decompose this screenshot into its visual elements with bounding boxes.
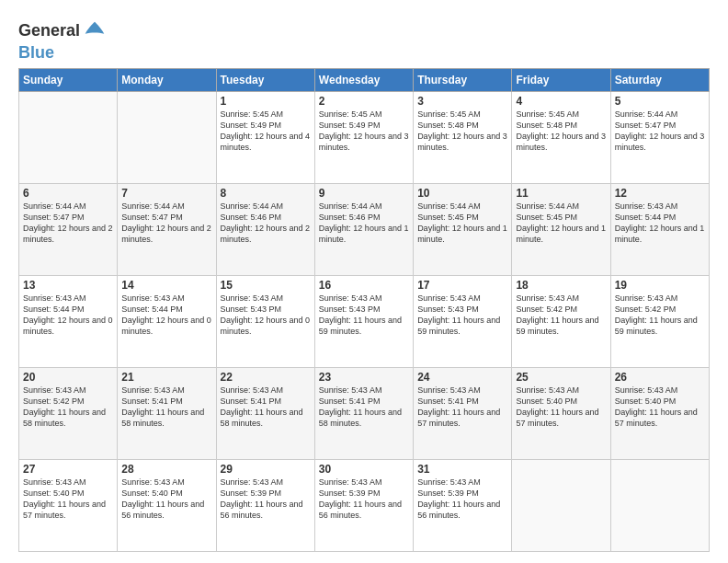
- logo-blue: Blue: [18, 44, 108, 63]
- logo-icon: [82, 18, 108, 44]
- calendar-cell: 13Sunrise: 5:43 AMSunset: 5:44 PMDayligh…: [19, 275, 118, 367]
- calendar-table: SundayMondayTuesdayWednesdayThursdayFrid…: [18, 68, 710, 552]
- cell-details: Sunrise: 5:45 AMSunset: 5:49 PMDaylight:…: [319, 109, 409, 154]
- calendar-cell: 5Sunrise: 5:44 AMSunset: 5:47 PMDaylight…: [610, 91, 709, 183]
- day-number: 13: [23, 279, 113, 292]
- logo-text: General: [18, 22, 80, 40]
- cell-details: Sunrise: 5:43 AMSunset: 5:40 PMDaylight:…: [615, 385, 705, 430]
- day-header-saturday: Saturday: [610, 68, 709, 91]
- day-number: 15: [221, 279, 311, 292]
- day-header-thursday: Thursday: [414, 68, 512, 91]
- calendar-cell: 10Sunrise: 5:44 AMSunset: 5:45 PMDayligh…: [414, 183, 512, 275]
- calendar-cell: 15Sunrise: 5:43 AMSunset: 5:43 PMDayligh…: [216, 275, 314, 367]
- logo: General Blue: [18, 18, 108, 63]
- cell-details: Sunrise: 5:43 AMSunset: 5:44 PMDaylight:…: [121, 293, 211, 338]
- calendar-cell: 18Sunrise: 5:43 AMSunset: 5:42 PMDayligh…: [512, 275, 610, 367]
- day-number: 25: [516, 371, 606, 384]
- cell-details: Sunrise: 5:43 AMSunset: 5:39 PMDaylight:…: [319, 477, 409, 522]
- cell-details: Sunrise: 5:43 AMSunset: 5:43 PMDaylight:…: [417, 293, 507, 338]
- day-number: 26: [615, 371, 705, 384]
- cell-details: Sunrise: 5:43 AMSunset: 5:41 PMDaylight:…: [417, 385, 507, 430]
- calendar-cell: 12Sunrise: 5:43 AMSunset: 5:44 PMDayligh…: [610, 183, 709, 275]
- day-number: 7: [121, 187, 211, 200]
- day-number: 21: [121, 371, 211, 384]
- calendar-cell: 30Sunrise: 5:43 AMSunset: 5:39 PMDayligh…: [314, 459, 413, 551]
- day-number: 20: [23, 371, 113, 384]
- cell-details: Sunrise: 5:44 AMSunset: 5:47 PMDaylight:…: [615, 109, 705, 154]
- day-number: 3: [417, 95, 507, 108]
- calendar-cell: [19, 91, 118, 183]
- calendar-cell: 6Sunrise: 5:44 AMSunset: 5:47 PMDaylight…: [19, 183, 118, 275]
- day-number: 12: [615, 187, 705, 200]
- cell-details: Sunrise: 5:43 AMSunset: 5:44 PMDaylight:…: [23, 293, 113, 338]
- cell-details: Sunrise: 5:43 AMSunset: 5:41 PMDaylight:…: [121, 385, 211, 430]
- calendar-header-row: SundayMondayTuesdayWednesdayThursdayFrid…: [19, 68, 710, 91]
- day-number: 9: [319, 187, 409, 200]
- cell-details: Sunrise: 5:44 AMSunset: 5:45 PMDaylight:…: [516, 201, 606, 246]
- day-number: 28: [121, 463, 211, 476]
- calendar-cell: 11Sunrise: 5:44 AMSunset: 5:45 PMDayligh…: [512, 183, 610, 275]
- cell-details: Sunrise: 5:43 AMSunset: 5:42 PMDaylight:…: [615, 293, 705, 338]
- cell-details: Sunrise: 5:44 AMSunset: 5:46 PMDaylight:…: [319, 201, 409, 246]
- cell-details: Sunrise: 5:43 AMSunset: 5:39 PMDaylight:…: [417, 477, 507, 522]
- calendar-cell: 26Sunrise: 5:43 AMSunset: 5:40 PMDayligh…: [610, 367, 709, 459]
- day-number: 16: [319, 279, 409, 292]
- calendar-cell: 4Sunrise: 5:45 AMSunset: 5:48 PMDaylight…: [512, 91, 610, 183]
- calendar-cell: 28Sunrise: 5:43 AMSunset: 5:40 PMDayligh…: [118, 459, 216, 551]
- calendar-cell: 23Sunrise: 5:43 AMSunset: 5:41 PMDayligh…: [314, 367, 413, 459]
- calendar-cell: 27Sunrise: 5:43 AMSunset: 5:40 PMDayligh…: [19, 459, 118, 551]
- day-number: 27: [23, 463, 113, 476]
- day-number: 10: [417, 187, 507, 200]
- calendar-cell: 22Sunrise: 5:43 AMSunset: 5:41 PMDayligh…: [216, 367, 314, 459]
- calendar-cell: 1Sunrise: 5:45 AMSunset: 5:49 PMDaylight…: [216, 91, 314, 183]
- calendar-cell: 31Sunrise: 5:43 AMSunset: 5:39 PMDayligh…: [414, 459, 512, 551]
- day-number: 14: [121, 279, 211, 292]
- calendar-cell: 9Sunrise: 5:44 AMSunset: 5:46 PMDaylight…: [314, 183, 413, 275]
- cell-details: Sunrise: 5:43 AMSunset: 5:39 PMDaylight:…: [221, 477, 311, 522]
- day-number: 22: [221, 371, 311, 384]
- day-header-sunday: Sunday: [19, 68, 118, 91]
- calendar-cell: 14Sunrise: 5:43 AMSunset: 5:44 PMDayligh…: [118, 275, 216, 367]
- day-number: 11: [516, 187, 606, 200]
- day-number: 4: [516, 95, 606, 108]
- calendar-cell: 8Sunrise: 5:44 AMSunset: 5:46 PMDaylight…: [216, 183, 314, 275]
- day-number: 29: [221, 463, 311, 476]
- cell-details: Sunrise: 5:43 AMSunset: 5:41 PMDaylight:…: [221, 385, 311, 430]
- cell-details: Sunrise: 5:44 AMSunset: 5:45 PMDaylight:…: [417, 201, 507, 246]
- day-header-wednesday: Wednesday: [314, 68, 413, 91]
- cell-details: Sunrise: 5:44 AMSunset: 5:46 PMDaylight:…: [221, 201, 311, 246]
- day-header-monday: Monday: [118, 68, 216, 91]
- calendar-cell: 19Sunrise: 5:43 AMSunset: 5:42 PMDayligh…: [610, 275, 709, 367]
- day-number: 8: [221, 187, 311, 200]
- cell-details: Sunrise: 5:43 AMSunset: 5:40 PMDaylight:…: [23, 477, 113, 522]
- cell-details: Sunrise: 5:44 AMSunset: 5:47 PMDaylight:…: [23, 201, 113, 246]
- calendar-week-2: 6Sunrise: 5:44 AMSunset: 5:47 PMDaylight…: [19, 183, 710, 275]
- day-number: 1: [221, 95, 311, 108]
- day-header-friday: Friday: [512, 68, 610, 91]
- calendar-week-1: 1Sunrise: 5:45 AMSunset: 5:49 PMDaylight…: [19, 91, 710, 183]
- day-number: 24: [417, 371, 507, 384]
- day-number: 17: [417, 279, 507, 292]
- cell-details: Sunrise: 5:43 AMSunset: 5:43 PMDaylight:…: [221, 293, 311, 338]
- calendar-cell: 7Sunrise: 5:44 AMSunset: 5:47 PMDaylight…: [118, 183, 216, 275]
- calendar-cell: [512, 459, 610, 551]
- day-number: 19: [615, 279, 705, 292]
- calendar-cell: 25Sunrise: 5:43 AMSunset: 5:40 PMDayligh…: [512, 367, 610, 459]
- cell-details: Sunrise: 5:45 AMSunset: 5:48 PMDaylight:…: [516, 109, 606, 154]
- cell-details: Sunrise: 5:43 AMSunset: 5:42 PMDaylight:…: [516, 293, 606, 338]
- header: General Blue: [18, 15, 710, 63]
- day-number: 23: [319, 371, 409, 384]
- calendar-cell: 21Sunrise: 5:43 AMSunset: 5:41 PMDayligh…: [118, 367, 216, 459]
- cell-details: Sunrise: 5:43 AMSunset: 5:43 PMDaylight:…: [319, 293, 409, 338]
- calendar-cell: 3Sunrise: 5:45 AMSunset: 5:48 PMDaylight…: [414, 91, 512, 183]
- day-number: 6: [23, 187, 113, 200]
- day-number: 30: [319, 463, 409, 476]
- cell-details: Sunrise: 5:44 AMSunset: 5:47 PMDaylight:…: [121, 201, 211, 246]
- day-number: 5: [615, 95, 705, 108]
- calendar-cell: [118, 91, 216, 183]
- day-header-tuesday: Tuesday: [216, 68, 314, 91]
- calendar-cell: 29Sunrise: 5:43 AMSunset: 5:39 PMDayligh…: [216, 459, 314, 551]
- calendar-week-5: 27Sunrise: 5:43 AMSunset: 5:40 PMDayligh…: [19, 459, 710, 551]
- calendar-cell: 24Sunrise: 5:43 AMSunset: 5:41 PMDayligh…: [414, 367, 512, 459]
- calendar-cell: 20Sunrise: 5:43 AMSunset: 5:42 PMDayligh…: [19, 367, 118, 459]
